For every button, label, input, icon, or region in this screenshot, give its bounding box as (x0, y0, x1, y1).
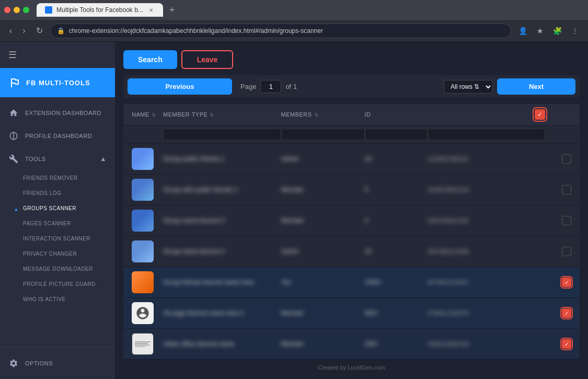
group-name-3: Group name blurred 3 (163, 217, 281, 224)
sidebar-submenu-tools: FRIENDS REMOVER FRIENDS LOG GROUPS SCANN… (0, 170, 115, 307)
group-thumbnail-4 (132, 240, 163, 262)
sidebar-item-profile-dashboard[interactable]: PROFILE DASHBOARD (0, 124, 115, 147)
sidebar-item-options[interactable]: OPTIONS (0, 352, 115, 375)
group-id-7: 7890123456789 (428, 341, 546, 347)
forward-button[interactable]: › (19, 24, 28, 38)
fullscreen-button[interactable] (23, 7, 29, 13)
leave-button[interactable]: Leave (181, 50, 234, 69)
rows-per-page-select[interactable]: All rows ⇅ 10 rows 25 rows 50 rows (444, 80, 493, 94)
table-row: All page blurred name here 2 Member 500+… (123, 298, 580, 329)
table-filter-row (123, 125, 580, 144)
logo-icon (8, 76, 21, 89)
previous-button[interactable]: Previous (128, 78, 232, 95)
group-type-3: Member (281, 217, 365, 224)
select-all-checkbox[interactable] (535, 109, 545, 120)
sidebar-label-extension-dashboard: EXTENSION DASHBOARD (25, 110, 101, 116)
browser-frame: Multiple Tools for Facebook b... ✕ + ‹ ›… (0, 0, 588, 379)
sidebar-navigation: EXTENSION DASHBOARD PROFILE DASHBOARD (0, 97, 115, 347)
page-of-label: of 1 (285, 83, 297, 90)
checkbox-6[interactable] (562, 308, 571, 318)
group-members-4: 10 (365, 248, 428, 255)
checkbox-1[interactable] (562, 154, 571, 164)
address-bar-container: ‹ › ↻ 🔒 chrome-extension://eojdckfcadamk… (0, 20, 588, 42)
row-checkbox-2[interactable] (545, 185, 571, 194)
sidebar-item-privacy-changer[interactable]: PRIVACY CHANGER (0, 246, 115, 261)
sidebar-item-extension-dashboard[interactable]: EXTENSION DASHBOARD (0, 101, 115, 124)
lock-icon: 🔒 (57, 27, 65, 35)
menu-button[interactable]: ⋮ (568, 25, 582, 37)
sidebar-item-profile-picture-guard[interactable]: PROFILE PICTURE GUARD (0, 277, 115, 292)
group-id-6: 6789012345678 (428, 310, 546, 316)
group-members-2: 5 (365, 186, 428, 193)
checkbox-3[interactable] (562, 216, 571, 225)
new-tab-button[interactable]: + (165, 5, 179, 16)
content-area: Search Leave Previous Page of 1 All rows… (115, 42, 588, 379)
th-checkbox (428, 109, 546, 120)
sidebar-item-groups-scanner[interactable]: GROUPS SCANNER (0, 201, 115, 216)
th-name: NAME ⇅ (132, 111, 163, 118)
group-thumbnail-7 (132, 333, 163, 355)
group-id-5: 5678901234567 (428, 279, 546, 285)
sidebar: ☰ FB MULTI-TOOLS EXTENSION DASHBOAR (0, 42, 115, 379)
sidebar-item-friends-remover[interactable]: FRIENDS REMOVER (0, 170, 115, 186)
browser-action-buttons: 👤 ★ 🧩 ⋮ (515, 25, 582, 37)
checkbox-4[interactable] (562, 247, 571, 256)
search-button[interactable]: Search (123, 50, 177, 69)
filter-name-input[interactable] (163, 129, 281, 140)
bookmark-button[interactable]: ★ (534, 25, 547, 37)
sort-member-type-icon[interactable]: ⇅ (210, 112, 214, 118)
group-type-4: Admin (281, 248, 365, 255)
page-number-input[interactable] (260, 80, 281, 93)
group-thumbnail-3 (132, 210, 163, 232)
profile-button[interactable]: 👤 (515, 25, 531, 37)
sidebar-item-who-is-active[interactable]: WHO IS ACTIVE (0, 292, 115, 307)
filter-id-input[interactable] (428, 129, 546, 140)
back-button[interactable]: ‹ (6, 24, 15, 38)
sidebar-label-options: OPTIONS (25, 360, 53, 366)
footer-text: Created by LucidGen.com (318, 364, 385, 371)
sidebar-item-interaction-scanner[interactable]: INTERACTION SCANNER (0, 231, 115, 246)
checkbox-2[interactable] (562, 185, 571, 194)
row-checkbox-4[interactable] (545, 247, 571, 256)
filter-members-input[interactable] (365, 129, 428, 140)
sidebar-item-friends-log[interactable]: FRIENDS LOG (0, 186, 115, 201)
checkbox-7[interactable] (562, 339, 571, 349)
group-id-3: 3456789012345 (428, 217, 546, 224)
active-tab[interactable]: Multiple Tools for Facebook b... ✕ (37, 3, 163, 17)
hamburger-button[interactable]: ☰ (0, 42, 115, 68)
page-label: Page (240, 83, 256, 90)
row-checkbox-3[interactable] (545, 216, 571, 225)
group-name-7: Video office blurred name (163, 340, 281, 348)
filter-type-input[interactable] (281, 129, 365, 140)
group-type-7: Member (281, 340, 365, 348)
group-thumbnail-2 (132, 179, 163, 201)
tools-section-left: TOOLS (8, 154, 46, 164)
sidebar-label-tools: TOOLS (25, 156, 46, 162)
sidebar-item-message-downloader[interactable]: MESSAGE DOWNLOADER (0, 261, 115, 277)
group-name-6: All page blurred name here 2 (163, 309, 281, 317)
extension-button[interactable]: 🧩 (550, 25, 565, 37)
group-id-1: 1234567890101 (428, 156, 546, 162)
traffic-lights (4, 7, 29, 13)
next-button[interactable]: Next (497, 78, 575, 95)
group-name-2: Group with public friends 2 (163, 186, 281, 193)
checkbox-5[interactable] (562, 278, 571, 287)
tab-close-button[interactable]: ✕ (147, 6, 155, 14)
minimize-button[interactable] (14, 7, 20, 13)
top-bar: Search Leave (123, 50, 580, 69)
address-bar[interactable]: 🔒 chrome-extension://eojdckfcadamkapabec… (50, 24, 511, 38)
sidebar-section-tools[interactable]: TOOLS ▲ (0, 147, 115, 170)
sort-members-icon[interactable]: ⇅ (314, 112, 319, 118)
row-checkbox-5[interactable] (545, 278, 571, 287)
row-checkbox-7[interactable] (545, 339, 571, 349)
refresh-button[interactable]: ↻ (33, 24, 46, 38)
sort-name-icon[interactable]: ⇅ (152, 112, 156, 118)
sidebar-item-pages-scanner[interactable]: PAGES SCANNER (0, 216, 115, 231)
groups-table: NAME ⇅ MEMBER TYPE ⇅ MEMBERS ⇅ ID (123, 104, 580, 360)
group-members-5: 1000+ (365, 279, 428, 286)
row-checkbox-1[interactable] (545, 154, 571, 164)
row-checkbox-6[interactable] (545, 308, 571, 318)
th-id: ID (365, 111, 428, 118)
close-button[interactable] (4, 7, 10, 13)
tools-icon (8, 154, 19, 164)
